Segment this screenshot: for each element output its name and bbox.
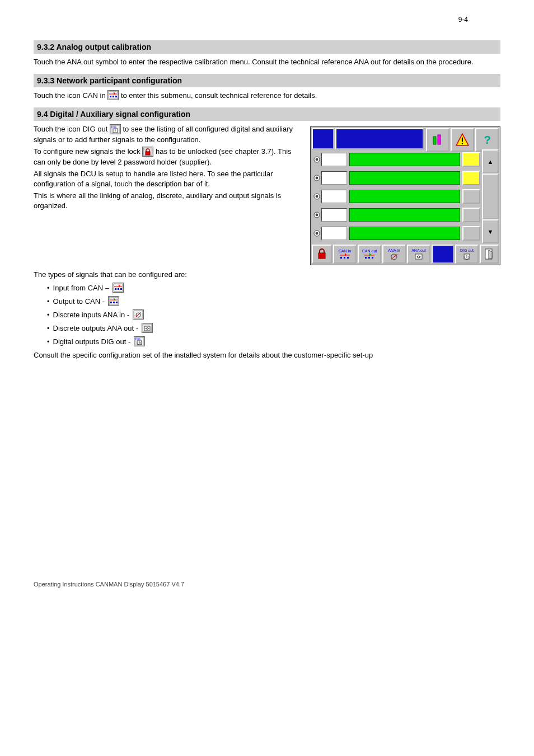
- type-item-ana-out: Discrete outputs ANA out -: [47, 323, 500, 334]
- svg-rect-1: [110, 96, 111, 97]
- signal-list: [312, 149, 480, 243]
- svg-point-17: [316, 195, 318, 198]
- scroll-down-button[interactable]: ▼: [482, 219, 499, 243]
- tab-ana-out[interactable]: ANA out: [407, 245, 430, 264]
- para-ana-out: Touch the ANA out symbol to enter the re…: [34, 57, 500, 67]
- type-item-can-out: Output to CAN -: [47, 297, 500, 307]
- scroll-track: [482, 173, 499, 219]
- row-description-bar[interactable]: [349, 190, 460, 203]
- svg-marker-32: [369, 253, 371, 256]
- svg-rect-52: [115, 288, 116, 290]
- type-item-can-in: Input from CAN –: [47, 283, 500, 293]
- can-in-icon: [113, 283, 124, 293]
- row-status-button[interactable]: [462, 152, 480, 167]
- row-status-button[interactable]: [462, 208, 480, 222]
- text-before-lock-icon: To configure new signals the lock: [34, 147, 140, 156]
- radio-icon: [313, 175, 320, 181]
- signal-row[interactable]: [312, 188, 480, 205]
- row-label-field: [321, 171, 347, 185]
- radio-icon: [313, 230, 320, 237]
- svg-rect-31: [372, 257, 373, 259]
- signal-row[interactable]: [312, 170, 480, 186]
- help-icon[interactable]: ?: [475, 128, 499, 152]
- row-description-bar[interactable]: [349, 171, 460, 185]
- svg-rect-49: [146, 152, 150, 155]
- tab-dig-out[interactable]: DIG out: [455, 245, 479, 264]
- types-intro: The types of signals that can be configu…: [34, 270, 500, 280]
- signal-row[interactable]: [312, 151, 480, 168]
- page-number-top: 9-4: [458, 16, 468, 24]
- row-status-button[interactable]: [462, 171, 480, 185]
- text-after-can-in-icon: to enter this submenu, consult technical…: [121, 91, 317, 100]
- text-before-can-in-icon: Touch the icon CAN in: [34, 91, 106, 100]
- row-label-field: [321, 153, 347, 166]
- svg-rect-26: [347, 257, 349, 259]
- tab-label: ANA in: [388, 248, 400, 252]
- signal-type-list: Input from CAN – Output to CAN - Discret…: [47, 283, 500, 347]
- svg-rect-2: [113, 96, 114, 97]
- ana-out-icon: [142, 323, 153, 333]
- lock-icon: [142, 147, 153, 157]
- svg-rect-54: [120, 288, 122, 290]
- footer-spacer: [432, 245, 454, 264]
- dig-out-icon: DIG: [134, 336, 145, 346]
- svg-marker-43: [489, 250, 492, 259]
- tab-can-out[interactable]: CAN out: [358, 245, 381, 264]
- row-label-field: [321, 190, 347, 203]
- footer-note: Operating Instructions CANMAN Display 50…: [34, 581, 500, 588]
- svg-text:DIG: DIG: [111, 125, 116, 129]
- ana-in-icon: [133, 309, 144, 320]
- scroll-up-button[interactable]: ▲: [482, 149, 499, 173]
- dig-out-icon: DIG: [110, 124, 121, 134]
- screen-header-left: [312, 128, 334, 149]
- svg-rect-24: [340, 257, 342, 259]
- text-before-digout-icon: Touch the icon DIG out: [34, 125, 107, 133]
- svg-rect-0: [109, 91, 118, 99]
- type-label: Discrete outputs ANA out -: [47, 324, 138, 332]
- can-out-icon: [108, 296, 119, 306]
- warning-icon[interactable]: [451, 128, 474, 152]
- tab-label: CAN out: [362, 249, 377, 253]
- screen-header-title: [335, 128, 424, 149]
- svg-rect-60: [116, 302, 118, 303]
- svg-rect-7: [438, 135, 441, 144]
- row-description-bar[interactable]: [349, 227, 460, 240]
- svg-point-13: [316, 158, 318, 161]
- type-item-ana-in: Discrete inputs ANA in -: [47, 310, 500, 320]
- heading-digital-aux: 9.4 Digital / Auxiliary signal configura…: [34, 107, 500, 121]
- signal-row[interactable]: [312, 206, 480, 223]
- svg-text:DIG: DIG: [135, 337, 140, 341]
- row-status-button[interactable]: [462, 226, 480, 241]
- svg-rect-3: [115, 96, 117, 97]
- svg-rect-29: [365, 257, 367, 259]
- heading-ana-out-calibration: 9.3.2 Analog output calibration: [34, 40, 500, 54]
- heading-network-participant: 9.3.3 Network participant configuration: [34, 74, 500, 87]
- can-in-icon: [107, 90, 119, 100]
- row-description-bar[interactable]: [349, 208, 460, 222]
- row-description-bar[interactable]: [349, 153, 460, 166]
- tab-label: ANA out: [411, 248, 426, 252]
- dig-out-screenshot: ?: [310, 126, 500, 265]
- svg-rect-22: [318, 253, 325, 259]
- svg-point-15: [316, 177, 318, 180]
- tab-label: DIG out: [460, 248, 474, 252]
- svg-rect-50: [114, 284, 123, 292]
- radio-icon: [313, 156, 320, 163]
- lock-button[interactable]: [312, 245, 332, 264]
- svg-point-19: [316, 214, 318, 217]
- bargraph-icon[interactable]: [426, 128, 449, 152]
- type-item-dig-out: Digital outputs DIG out - DIG: [47, 337, 500, 347]
- svg-text:?: ?: [484, 134, 491, 146]
- tab-can-in[interactable]: CAN in: [333, 245, 357, 264]
- svg-rect-6: [433, 137, 436, 144]
- exit-button[interactable]: [480, 245, 499, 264]
- signal-row[interactable]: [312, 225, 480, 242]
- svg-rect-36: [415, 254, 422, 259]
- svg-rect-25: [344, 257, 345, 259]
- tab-ana-in[interactable]: ANA in: [382, 245, 406, 264]
- svg-rect-30: [368, 257, 370, 259]
- para-network-participant: Touch the icon CAN in to enter this subm…: [34, 91, 500, 101]
- tab-label: CAN in: [339, 249, 351, 253]
- row-status-button[interactable]: [462, 189, 480, 204]
- types-outro: Consult the specific configuration set o…: [34, 350, 500, 360]
